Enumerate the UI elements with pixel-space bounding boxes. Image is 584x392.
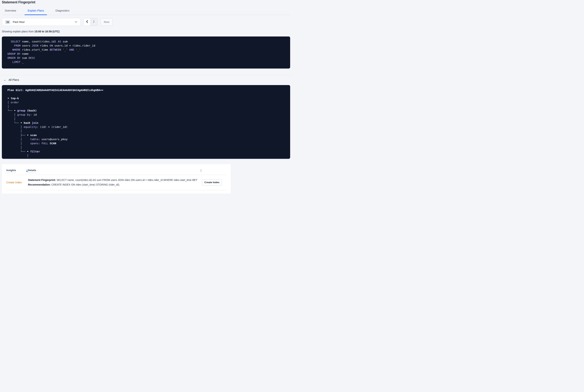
- time-range-dropdown[interactable]: 1h Past Hour: [2, 18, 80, 26]
- details-cell: Statement Fingerprint: SELECT name, coun…: [28, 178, 202, 186]
- all-plans-back-link[interactable]: ← All Plans: [3, 78, 19, 81]
- back-link-label: All Plans: [8, 78, 19, 81]
- insights-column-header-cell: Insights: [6, 169, 28, 173]
- next-interval-button[interactable]: [90, 18, 97, 26]
- sort-details-icon[interactable]: [200, 169, 202, 173]
- table-row: Create Index Statement Fingerprint: SELE…: [6, 175, 226, 190]
- recommendation-line: Recommendation: CREATE INDEX ON rides (s…: [28, 183, 197, 186]
- chevron-down-icon: [75, 21, 77, 23]
- chevron-left-icon: [86, 20, 88, 24]
- column-header-insights[interactable]: Insights: [6, 169, 16, 173]
- recommendation-label: Recommendation:: [28, 183, 51, 186]
- create-index-button[interactable]: Create Index: [202, 179, 222, 186]
- action-cell: Create Index: [202, 178, 226, 186]
- insight-type-link[interactable]: Create Index: [6, 181, 22, 184]
- statement-fingerprint-text: SELECT name, count(rides.id) AS sum FROM…: [56, 178, 197, 182]
- sort-insights-icon[interactable]: [26, 169, 28, 173]
- recommendation-text: CREATE INDEX ON rides (start_time) STORI…: [51, 183, 120, 186]
- previous-interval-button[interactable]: [83, 18, 90, 26]
- time-controls: 1h Past Hour Now: [2, 18, 290, 26]
- page-title: Statement Fingerprint: [2, 0, 290, 4]
- plan-code: Plan Gist: AgHUAQIABQAAAAHYAQIAiAEAAAADC…: [7, 88, 288, 158]
- time-pager: [83, 18, 97, 26]
- tab-overview[interactable]: Overview: [2, 8, 19, 15]
- back-arrow-icon: ←: [3, 78, 6, 81]
- tab-diagnostics[interactable]: Diagnostics: [52, 8, 72, 15]
- insights-table-header: Insights Details: [6, 164, 226, 175]
- plan-gist-block: Plan Gist: AgHUAQIABQAAAAHYAQIAiAEAAAADC…: [2, 85, 290, 159]
- chevron-right-icon: [93, 20, 95, 24]
- statement-fingerprint-label: Statement Fingerprint:: [28, 178, 56, 182]
- sql-statement-block: SELECT name, count(rides.id) AS sum FROM…: [2, 36, 290, 68]
- summary-prefix: Showing explain plans from: [2, 30, 34, 33]
- sql-code: SELECT name, count(rides.id) AS sum FROM…: [7, 40, 288, 64]
- statement-fingerprint-line: Statement Fingerprint: SELECT name, coun…: [28, 178, 197, 182]
- section-divider: [0, 75, 292, 75]
- insights-table-card: Insights Details Create Index Statement …: [2, 164, 231, 194]
- summary-range: 15:00 to 16:59 (UTC): [34, 30, 59, 33]
- tab-explain-plans[interactable]: Explain Plans: [24, 8, 47, 15]
- insight-cell: Create Index: [6, 178, 28, 186]
- now-button[interactable]: Now: [100, 18, 113, 26]
- details-column-header-cell: Details: [28, 169, 202, 173]
- time-range-summary: Showing explain plans from 15:00 to 16:5…: [2, 30, 290, 33]
- time-range-value: Past Hour: [13, 20, 24, 24]
- time-range-badge: 1h: [5, 20, 10, 24]
- statement-fingerprint-page: Statement Fingerprint Overview Explain P…: [0, 0, 292, 194]
- tab-bar: Overview Explain Plans Diagnostics: [2, 8, 290, 15]
- column-header-details[interactable]: Details: [28, 169, 36, 173]
